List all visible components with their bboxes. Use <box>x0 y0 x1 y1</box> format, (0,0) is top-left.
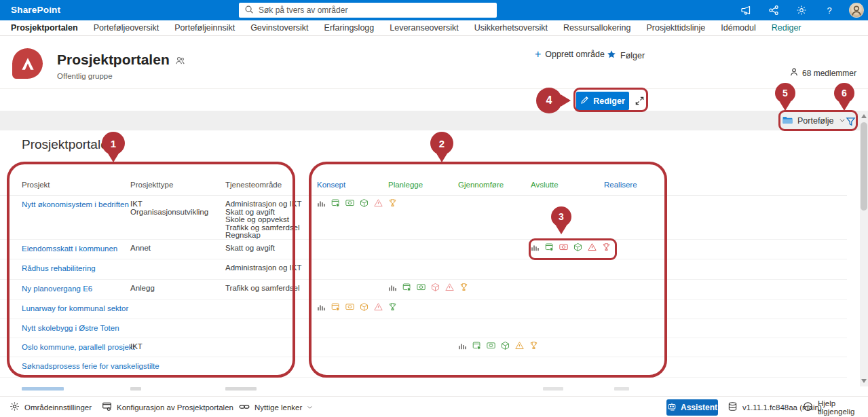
configuration-link[interactable]: Konfigurasjon av Prosjektportalen <box>102 397 233 417</box>
project-link[interactable]: Søknadsprosess ferie for vanskeligstilte <box>22 362 159 370</box>
nav-item-leveranseoversikt[interactable]: Leveranseoversikt <box>390 23 458 33</box>
megaphone-icon[interactable] <box>738 2 754 18</box>
service-area-cell: Administrasjon og IKTSkatt og avgiftSkol… <box>225 200 302 240</box>
bar-chart-icon[interactable] <box>388 283 397 291</box>
project-link[interactable]: Nytt skolebygg i Østre Toten <box>22 324 119 332</box>
view-selector[interactable]: Portefølje <box>782 113 846 128</box>
table-row: Rådhus rehabiliteringAdministrasjon og I… <box>0 259 847 280</box>
status-icon-group-planlegge <box>388 283 468 291</box>
svg-text:?: ? <box>827 5 831 16</box>
status-icon-group-gjennomføre <box>458 341 538 350</box>
help-available-link[interactable]: ? Hjelp tilgjengelig <box>803 397 868 417</box>
project-status-icon[interactable] <box>331 198 340 207</box>
deliveries-icon[interactable] <box>431 283 440 291</box>
site-privacy-label: Offentlig gruppe <box>57 72 113 80</box>
phase-header-planlegge[interactable]: Planlegge <box>388 181 423 189</box>
column-header-prosjekttype[interactable]: Prosjekttype <box>130 181 173 189</box>
sharepoint-brand[interactable]: SharePoint <box>11 5 60 15</box>
deliveries-icon[interactable] <box>360 302 369 311</box>
help-icon[interactable]: ? <box>821 2 837 18</box>
benefits-icon[interactable] <box>388 302 397 311</box>
nav-item-usikkerhetsoversikt[interactable]: Usikkerhetsoversikt <box>474 23 548 33</box>
column-header-prosjekt[interactable]: Prosjekt <box>22 181 50 189</box>
table-row: Ny planovergang E6AnleggTrafikk og samfe… <box>0 280 847 300</box>
project-link[interactable]: Eiendomsskatt i kommunen <box>22 244 117 253</box>
expand-icon[interactable] <box>632 93 647 108</box>
project-link[interactable]: Lunarway for kommunal sektor <box>22 304 128 312</box>
table-row: Søknadsprosess ferie for vanskeligstilte <box>0 357 847 378</box>
site-settings-link[interactable]: Områdeinnstillinger <box>10 397 92 417</box>
bar-chart-icon[interactable] <box>458 341 467 350</box>
scroll-down-arrow[interactable] <box>861 379 867 383</box>
svg-text:?: ? <box>806 403 810 410</box>
project-status-icon[interactable] <box>472 341 481 350</box>
help-circle-icon: ? <box>803 401 813 413</box>
nav-item-ressursallokering[interactable]: Ressursallokering <box>563 23 630 33</box>
project-status-icon[interactable] <box>402 283 411 291</box>
benefits-icon[interactable] <box>529 341 538 350</box>
risk-icon[interactable] <box>445 283 454 291</box>
nav-item-prosjekttidslinje[interactable]: Prosjekttidslinje <box>646 23 705 33</box>
table-row: Nytt skolebygg i Østre Toten <box>0 319 847 338</box>
nav-item-prosjektportalen[interactable]: Prosjektportalen <box>11 23 78 33</box>
chevron-down-icon <box>307 403 313 412</box>
site-title[interactable]: Prosjektportalen <box>57 52 170 68</box>
phase-header-realisere[interactable]: Realisere <box>604 181 637 189</box>
useful-links-menu[interactable]: Nyttige lenker <box>239 397 313 417</box>
benefits-icon[interactable] <box>388 198 397 207</box>
vertical-scrollbar[interactable] <box>860 111 868 386</box>
assistant-button[interactable]: Assistent <box>666 399 718 416</box>
gear-icon <box>10 401 20 413</box>
deliveries-icon[interactable] <box>501 341 510 350</box>
budget-icon[interactable] <box>487 341 495 350</box>
bar-chart-icon[interactable] <box>317 302 326 311</box>
nav-item-erfaringslogg[interactable]: Erfaringslogg <box>324 23 375 33</box>
project-link[interactable]: Ny planovergang E6 <box>22 285 92 293</box>
scrollbar-thumb[interactable] <box>861 122 867 211</box>
members-count[interactable]: 68 medlemmer <box>789 67 856 79</box>
create-site-button[interactable]: + Opprett område <box>535 50 605 59</box>
nav-item-gevinstoversikt[interactable]: Gevinstoversikt <box>250 23 308 33</box>
phase-header-konsept[interactable]: Konsept <box>317 181 345 189</box>
bar-chart-icon[interactable] <box>531 242 540 251</box>
phase-header-avslutte[interactable]: Avslutte <box>531 181 559 189</box>
project-status-icon[interactable] <box>331 302 340 311</box>
column-header-tjenesteområde[interactable]: Tjenesteområde <box>225 181 282 189</box>
budget-icon[interactable] <box>345 302 354 311</box>
project-status-icon[interactable] <box>545 242 554 251</box>
project-link[interactable]: Nytt økonomisystem i bedriften <box>22 200 129 208</box>
search-input[interactable]: Søk på tvers av områder <box>239 3 497 18</box>
follow-button[interactable]: Følger <box>607 50 645 61</box>
filter-icon[interactable] <box>843 113 858 128</box>
phase-header-gjennomføre[interactable]: Gjennomføre <box>458 181 504 189</box>
nav-item-id-modul[interactable]: Idémodul <box>721 23 755 33</box>
benefits-icon[interactable] <box>602 242 611 251</box>
nav-item-rediger[interactable]: Rediger <box>772 23 801 33</box>
risk-icon[interactable] <box>588 242 597 251</box>
bar-chart-icon[interactable] <box>317 198 326 207</box>
budget-icon[interactable] <box>345 198 354 207</box>
project-link[interactable]: Rådhus rehabilitering <box>22 264 96 272</box>
site-logo[interactable] <box>12 48 43 79</box>
risk-icon[interactable] <box>374 198 383 207</box>
nav-item-portef-ljeoversikt[interactable]: Porteføljeoversikt <box>94 23 159 33</box>
budget-icon[interactable] <box>559 242 568 251</box>
benefits-icon[interactable] <box>459 283 468 291</box>
budget-icon[interactable] <box>417 283 426 291</box>
service-area-cell: Administrasjon og IKT <box>225 264 302 272</box>
hub-navigation: ProsjektportalenPorteføljeoversiktPortef… <box>0 20 868 36</box>
nav-item-portef-ljeinnsikt[interactable]: Porteføljeinnsikt <box>174 23 235 33</box>
gear-icon[interactable] <box>793 2 810 18</box>
scroll-up-arrow[interactable] <box>861 114 867 118</box>
page-content: Prosjektportalen ProsjektProsjekttypeTje… <box>0 130 868 396</box>
risk-icon[interactable] <box>515 341 524 350</box>
deliveries-icon[interactable] <box>573 242 582 251</box>
deliveries-icon[interactable] <box>360 198 369 207</box>
avatar[interactable] <box>849 3 864 18</box>
edit-button[interactable]: Rediger <box>576 92 629 110</box>
risk-icon[interactable] <box>374 302 383 311</box>
configuration-icon <box>102 401 112 413</box>
project-link[interactable]: Oslo kommune, parallell prosjekt <box>22 343 135 351</box>
org-chart-icon[interactable] <box>766 2 782 18</box>
table-row: Oslo kommune, parallell prosjektIKT <box>0 338 847 357</box>
